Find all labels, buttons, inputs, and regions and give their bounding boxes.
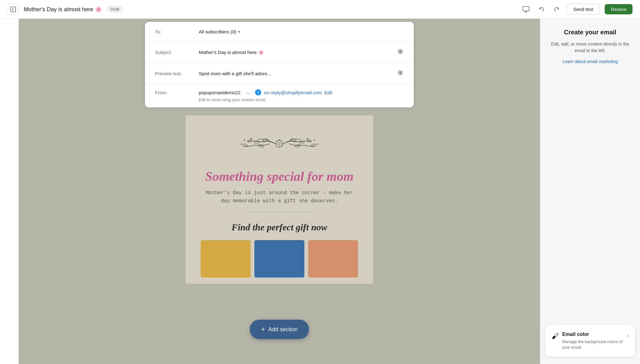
svg-point-21: [251, 138, 252, 139]
email-header-form: To: All subscribers (0) ▾ Subject: Mothe…: [145, 22, 414, 107]
from-email-link[interactable]: no-reply@shopifyemail.com: [264, 90, 322, 95]
svg-point-24: [290, 138, 297, 143]
draft-badge: Draft: [107, 6, 123, 13]
floral-decoration: [223, 128, 336, 159]
svg-point-31: [317, 144, 318, 145]
sidebar-title: Create your email: [548, 29, 632, 36]
undo-button[interactable]: [537, 4, 547, 14]
send-test-button[interactable]: Send test: [567, 4, 599, 15]
center-content: To: All subscribers (0) ▾ Subject: Mothe…: [19, 19, 540, 364]
svg-point-9: [400, 71, 402, 73]
subject-value-container: Mother's Day is almost here 🌸: [199, 48, 404, 57]
product-row: [186, 240, 373, 284]
email-color-title: Email color: [562, 332, 623, 337]
svg-point-11: [278, 142, 280, 145]
svg-point-16: [262, 138, 268, 143]
redo-button[interactable]: [552, 4, 562, 14]
review-button[interactable]: Review: [605, 4, 632, 14]
preview-value-container: Spoil mom with a gift she'll adore...: [199, 69, 404, 78]
from-subtext: Edit to send using your custom email.: [199, 97, 266, 102]
svg-point-26: [295, 144, 301, 148]
email-headline[interactable]: Something special for mom: [186, 165, 373, 189]
svg-point-29: [307, 138, 308, 139]
info-icon: i: [255, 89, 261, 96]
svg-point-2: [398, 50, 400, 52]
email-color-card[interactable]: 🖌 Email color Manage the background colo…: [545, 325, 635, 357]
from-separator: —: [245, 90, 250, 95]
email-color-content: Email color Manage the background colors…: [562, 332, 623, 350]
svg-point-18: [258, 144, 264, 148]
email-canvas: Something special for mom Mother's Day i…: [186, 116, 373, 284]
svg-point-3: [400, 52, 402, 53]
to-label: To:: [155, 29, 199, 34]
subject-value[interactable]: Mother's Day is almost here 🌸: [199, 50, 394, 55]
form-row-subject: Subject: Mother's Day is almost here 🌸: [145, 42, 414, 63]
email-color-desc: Manage the background colors of your ema…: [562, 339, 623, 350]
learn-link[interactable]: Learn about email marketing: [548, 59, 632, 64]
plus-icon: +: [261, 325, 265, 333]
chevron-down-icon: ▾: [238, 30, 240, 34]
svg-point-4: [398, 52, 400, 53]
preview-value[interactable]: Spoil mom with a gift she'll adore...: [199, 71, 394, 76]
product-thumbnail-3[interactable]: [308, 240, 358, 278]
svg-point-7: [400, 73, 402, 75]
svg-point-30: [314, 140, 315, 141]
back-button[interactable]: [8, 4, 19, 15]
chevron-right-icon[interactable]: ›: [627, 332, 629, 339]
floral-header: [186, 116, 373, 165]
email-find-gift[interactable]: Find the perfect gift now: [186, 219, 373, 240]
form-row-to: To: All subscribers (0) ▾: [145, 22, 414, 42]
email-divider: [248, 212, 311, 212]
page-title: Mother's Day is almost here 🌸: [24, 6, 102, 13]
right-sidebar: Create your email Edit, add, or move con…: [540, 19, 640, 364]
sidebar-description: Edit, add, or move content directly in t…: [548, 41, 632, 54]
svg-point-20: [243, 144, 248, 147]
email-color-icon: 🖌: [552, 332, 558, 340]
product-thumbnail-2[interactable]: [254, 240, 304, 278]
subject-label: Subject:: [155, 50, 199, 55]
svg-point-22: [244, 140, 245, 141]
form-row-from: From: popupsmartdemo22 — i no-reply@shop…: [145, 84, 414, 107]
personalize-subject-icon[interactable]: [397, 48, 404, 57]
svg-rect-0: [11, 7, 16, 12]
email-subtext: Mother's Day is just around the corner -…: [186, 189, 373, 211]
to-dropdown[interactable]: All subscribers (0) ▾: [199, 29, 404, 34]
svg-rect-1: [523, 7, 529, 11]
left-sidebar: [0, 19, 19, 364]
from-value-container: popupsmartdemo22 — i no-reply@shopifyema…: [199, 89, 404, 96]
personalize-preview-icon[interactable]: [397, 69, 404, 78]
svg-point-28: [311, 144, 316, 147]
form-row-preview: Preview text: Spoil mom with a gift she'…: [145, 63, 414, 84]
monitor-icon[interactable]: [520, 4, 532, 15]
svg-point-6: [398, 71, 400, 73]
to-value: All subscribers (0): [199, 29, 236, 34]
add-section-label: Add section: [268, 326, 298, 333]
from-inner-row: From: popupsmartdemo22 — i no-reply@shop…: [155, 89, 404, 96]
add-section-button[interactable]: + Add section: [250, 320, 309, 339]
from-label: From:: [155, 90, 199, 95]
main-layout: To: All subscribers (0) ▾ Subject: Mothe…: [0, 19, 640, 364]
svg-point-10: [276, 140, 283, 147]
svg-point-23: [241, 144, 242, 145]
svg-point-5: [400, 50, 402, 52]
from-name: popupsmartdemo22: [199, 90, 240, 95]
top-nav: Mother's Day is almost here 🌸 Draft Send…: [0, 0, 640, 19]
svg-point-8: [398, 73, 400, 75]
from-edit-link[interactable]: Edit: [324, 90, 332, 95]
preview-label: Preview text:: [155, 71, 199, 76]
product-thumbnail-1[interactable]: [201, 240, 251, 278]
